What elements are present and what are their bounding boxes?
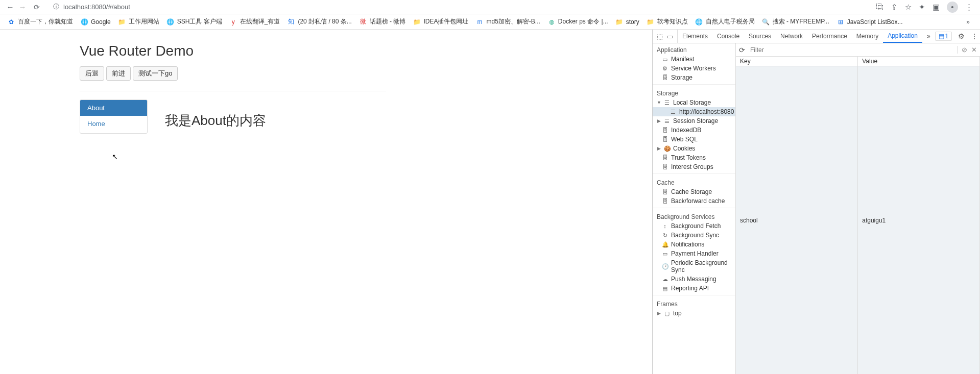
- reload-button[interactable]: ⟳: [31, 3, 43, 11]
- bookmark-item[interactable]: 🔍搜索 - MYFREEMP...: [762, 17, 829, 26]
- bookmark-label: 百度一下，你就知道: [18, 17, 73, 26]
- route-content: 我是About的内容: [165, 99, 266, 134]
- item-trust-tokens[interactable]: 🗄Trust Tokens: [653, 153, 735, 162]
- bookmark-item[interactable]: 📁story: [615, 18, 639, 26]
- expand-icon[interactable]: ▶: [657, 118, 661, 123]
- tab-memory[interactable]: Memory: [852, 30, 883, 43]
- clear-all-icon[interactable]: ⊘: [962, 46, 967, 54]
- favicon-icon: 知: [287, 18, 295, 26]
- gear-icon: ⚙: [662, 65, 668, 72]
- delete-selected-icon[interactable]: ✕: [971, 46, 977, 54]
- item-bf-cache[interactable]: 🗄Back/forward cache: [653, 196, 735, 206]
- profile-avatar[interactable]: •: [947, 2, 958, 13]
- cursor-icon: ↖: [112, 153, 118, 161]
- table-row[interactable]: school atguigu1: [736, 66, 980, 375]
- bookmark-item[interactable]: 🌐SSH工具 客户端: [166, 17, 222, 26]
- item-frame-top[interactable]: ▶▢top: [653, 309, 735, 318]
- inspect-element-icon[interactable]: ⬚: [657, 33, 663, 40]
- item-reporting-api[interactable]: ▤Reporting API: [653, 284, 735, 293]
- share-icon[interactable]: ⇪: [891, 3, 898, 12]
- bookmark-label: 在线翻译_有道: [240, 17, 280, 26]
- extensions-icon[interactable]: ✦: [919, 3, 925, 12]
- bookmark-item[interactable]: 📁IDEA插件包网址: [413, 17, 468, 26]
- bookmark-label: 工作用网站: [129, 17, 159, 26]
- devtools-settings-icon[interactable]: ⚙: [955, 32, 968, 40]
- bookmark-item[interactable]: mmd5加密、解密-B...: [475, 17, 540, 26]
- translate-icon[interactable]: ⿻: [876, 3, 884, 11]
- tab-network[interactable]: Network: [776, 30, 807, 43]
- bookmark-item[interactable]: 📁软考知识点: [647, 17, 688, 26]
- bookmark-item[interactable]: ✿百度一下，你就知道: [7, 17, 73, 26]
- expand-icon[interactable]: ▶: [657, 311, 661, 316]
- page-content: Vue Router Demo 后退 前进 测试一下go About Home …: [0, 30, 652, 374]
- back-button[interactable]: ←: [4, 3, 16, 11]
- cell-key[interactable]: school: [736, 66, 858, 375]
- item-payment-handler[interactable]: ▭Payment Handler: [653, 249, 735, 258]
- clock-icon: 🕑: [662, 263, 668, 270]
- item-local-storage[interactable]: ▼☰Local Storage: [653, 98, 735, 107]
- device-toggle-icon[interactable]: ▭: [667, 33, 673, 40]
- favicon-icon: y: [229, 18, 237, 26]
- chrome-menu-icon[interactable]: ⋮: [965, 3, 973, 12]
- cloud-icon: ☁: [662, 276, 668, 283]
- item-bg-fetch[interactable]: ↕Background Fetch: [653, 221, 735, 231]
- item-storage[interactable]: 🗄Storage: [653, 73, 735, 82]
- col-key[interactable]: Key: [736, 57, 858, 66]
- issues-badge[interactable]: ▤ 1: [935, 32, 952, 41]
- tab-performance[interactable]: Performance: [807, 30, 852, 43]
- bookmark-label: JavaScript ListBox...: [847, 18, 903, 26]
- test-go-btn[interactable]: 测试一下go: [133, 66, 178, 81]
- folder-icon: 📁: [647, 18, 655, 26]
- item-push-messaging[interactable]: ☁Push Messaging: [653, 275, 735, 284]
- bookmark-item[interactable]: 知(20 封私信 / 80 条...: [287, 17, 351, 26]
- cookie-icon: 🍪: [664, 145, 670, 152]
- bookmark-star-icon[interactable]: ☆: [905, 3, 912, 12]
- devtools-menu-icon[interactable]: ⋮: [968, 32, 980, 40]
- expand-icon[interactable]: ▼: [657, 100, 661, 105]
- item-cookies[interactable]: ▶🍪Cookies: [653, 144, 735, 153]
- item-service-workers[interactable]: ⚙Service Workers: [653, 64, 735, 73]
- bookmark-item[interactable]: ◍Docker ps 命令 |...: [547, 17, 608, 26]
- expand-icon[interactable]: ▶: [657, 146, 661, 151]
- refresh-icon[interactable]: ⟳: [739, 46, 745, 54]
- item-interest-groups[interactable]: 🗄Interest Groups: [653, 162, 735, 171]
- tab-console[interactable]: Console: [712, 30, 744, 43]
- item-websql[interactable]: 🗄Web SQL: [653, 135, 735, 144]
- bookmark-item[interactable]: 微话题榜 - 微博: [359, 17, 406, 26]
- forward-button[interactable]: →: [16, 3, 29, 11]
- tab-elements[interactable]: Elements: [678, 30, 712, 43]
- bookmark-item[interactable]: 📁工作用网站: [118, 17, 159, 26]
- item-cache-storage[interactable]: 🗄Cache Storage: [653, 187, 735, 196]
- nav-about[interactable]: About: [80, 100, 147, 116]
- bookmark-item[interactable]: 🌐自然人电子税务局: [695, 17, 755, 26]
- side-panel-icon[interactable]: ▣: [933, 3, 940, 12]
- item-indexeddb[interactable]: 🗄IndexedDB: [653, 126, 735, 135]
- site-info-icon[interactable]: ⓘ: [53, 3, 59, 11]
- bookmark-item[interactable]: y在线翻译_有道: [229, 17, 280, 26]
- tabs-overflow[interactable]: »: [922, 30, 935, 43]
- item-periodic-sync[interactable]: 🕑Periodic Background Sync: [653, 258, 735, 275]
- bookmark-item[interactable]: ⊞JavaScript ListBox...: [836, 18, 903, 26]
- item-notifications[interactable]: 🔔Notifications: [653, 240, 735, 249]
- favicon-icon: 🌐: [695, 18, 703, 26]
- url-bar[interactable]: ⓘ localhost:8080/#/about: [48, 2, 871, 13]
- item-session-storage[interactable]: ▶☰Session Storage: [653, 116, 735, 126]
- window-icon: ▢: [664, 310, 670, 317]
- back-btn[interactable]: 后退: [80, 66, 104, 81]
- bookmark-item[interactable]: 🌐Google: [80, 18, 111, 26]
- forward-btn[interactable]: 前进: [106, 66, 131, 81]
- tab-application[interactable]: Application: [883, 30, 922, 43]
- url-text: localhost:8080/#/about: [63, 3, 130, 11]
- item-bg-sync[interactable]: ↻Background Sync: [653, 231, 735, 240]
- col-value[interactable]: Value: [858, 57, 980, 66]
- filter-input[interactable]: [748, 45, 954, 55]
- nav-home[interactable]: Home: [80, 116, 147, 132]
- cell-value[interactable]: atguigu1: [858, 66, 980, 375]
- item-manifest[interactable]: ▭Manifest: [653, 55, 735, 64]
- card-icon: ▭: [662, 251, 668, 257]
- bookmark-overflow[interactable]: »: [963, 18, 973, 26]
- sync-icon: ↻: [662, 232, 668, 239]
- tab-sources[interactable]: Sources: [744, 30, 776, 43]
- bookmark-label: Docker ps 命令 |...: [558, 17, 608, 26]
- item-local-origin[interactable]: ☰http://localhost:8080: [653, 107, 735, 116]
